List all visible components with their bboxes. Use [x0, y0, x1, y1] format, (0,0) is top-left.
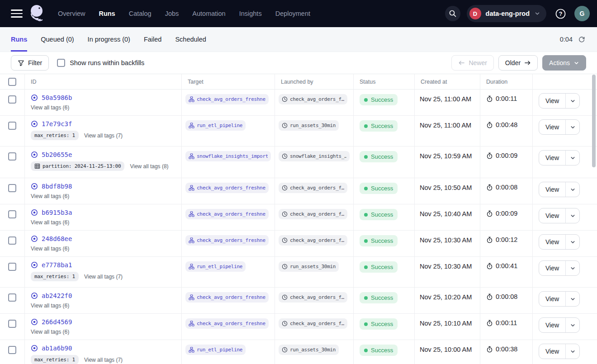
- view-dropdown-button[interactable]: [566, 94, 579, 108]
- hamburger-menu-button[interactable]: [7, 4, 26, 23]
- target-pill[interactable]: check_avg_orders_freshne: [185, 292, 269, 303]
- target-pill[interactable]: check_avg_orders_freshne: [185, 318, 269, 329]
- tag-pill[interactable]: max_retries: 1: [31, 131, 79, 140]
- launched-by-pill[interactable]: run_assets_30min: [279, 345, 339, 355]
- run-id-link[interactable]: 5b20655e: [42, 151, 72, 158]
- target-pill[interactable]: check_avg_orders_freshne: [185, 94, 269, 104]
- view-button[interactable]: View: [539, 318, 566, 332]
- search-button[interactable]: [445, 6, 460, 21]
- view-all-tags-link[interactable]: View all tags (8): [130, 163, 168, 170]
- view-button[interactable]: View: [539, 182, 566, 197]
- target-pill[interactable]: snowflake_insights_import: [185, 151, 271, 161]
- nav-item-overview[interactable]: Overview: [58, 10, 85, 17]
- nav-item-automation[interactable]: Automation: [192, 10, 225, 17]
- view-all-tags-link[interactable]: View all tags (6): [31, 329, 69, 335]
- run-id-link[interactable]: ab1a6b90: [42, 345, 72, 352]
- tab-failed[interactable]: Failed: [144, 27, 162, 52]
- row-checkbox[interactable]: [8, 184, 16, 192]
- view-all-tags-link[interactable]: View all tags (6): [31, 303, 69, 309]
- nav-item-runs[interactable]: Runs: [99, 10, 115, 17]
- view-button[interactable]: View: [539, 292, 566, 306]
- tab-runs[interactable]: Runs: [11, 27, 27, 52]
- tab-queued-0[interactable]: Queued (0): [41, 27, 74, 52]
- view-dropdown-button[interactable]: [566, 261, 579, 275]
- launched-by-pill[interactable]: check_avg_orders_f…: [279, 209, 347, 219]
- launched-by-pill[interactable]: check_avg_orders_f…: [279, 318, 347, 329]
- view-button[interactable]: View: [539, 235, 566, 249]
- target-pill[interactable]: run_etl_pipeline: [185, 261, 246, 272]
- row-checkbox[interactable]: [8, 236, 16, 245]
- run-id-link[interactable]: 8bdf8b98: [42, 183, 72, 190]
- view-dropdown-button[interactable]: [566, 344, 579, 359]
- target-pill[interactable]: run_etl_pipeline: [185, 345, 246, 355]
- view-all-tags-link[interactable]: View all tags (6): [31, 219, 69, 226]
- run-id-link[interactable]: 17e79c3f: [42, 120, 72, 128]
- launched-by-pill[interactable]: snowflake_insights_…: [279, 151, 350, 161]
- row-checkbox[interactable]: [8, 293, 16, 302]
- view-dropdown-button[interactable]: [566, 151, 579, 165]
- older-button[interactable]: Older: [498, 55, 538, 71]
- view-dropdown-button[interactable]: [566, 120, 579, 134]
- view-dropdown-button[interactable]: [566, 208, 579, 223]
- user-avatar[interactable]: G: [574, 6, 590, 21]
- launched-by-pill[interactable]: check_avg_orders_f…: [279, 235, 347, 246]
- launched-by-pill[interactable]: check_avg_orders_f…: [279, 94, 347, 104]
- view-dropdown-button[interactable]: [566, 182, 579, 197]
- actions-button[interactable]: Actions: [542, 55, 586, 71]
- launched-by-pill[interactable]: check_avg_orders_f…: [279, 183, 347, 193]
- view-dropdown-button[interactable]: [566, 292, 579, 306]
- view-button[interactable]: View: [539, 344, 566, 359]
- target-pill[interactable]: check_avg_orders_freshne: [185, 183, 269, 193]
- target-pill[interactable]: run_etl_pipeline: [185, 120, 246, 131]
- vertical-scrollbar[interactable]: [592, 75, 596, 167]
- refresh-button[interactable]: [577, 35, 586, 44]
- view-button[interactable]: View: [539, 120, 566, 134]
- newer-button[interactable]: Newer: [451, 55, 493, 71]
- view-dropdown-button[interactable]: [566, 318, 579, 332]
- row-checkbox[interactable]: [8, 346, 16, 354]
- deployment-switcher[interactable]: D data-eng-prod: [467, 5, 546, 22]
- nav-item-deployment[interactable]: Deployment: [275, 10, 310, 17]
- help-button[interactable]: ?: [553, 6, 568, 21]
- view-all-tags-link[interactable]: View all tags (7): [84, 274, 123, 280]
- row-checkbox[interactable]: [8, 152, 16, 161]
- row-checkbox[interactable]: [8, 210, 16, 218]
- view-all-tags-link[interactable]: View all tags (6): [31, 104, 69, 111]
- show-backfills-toggle[interactable]: Show runs within backfills: [57, 59, 144, 67]
- row-checkbox[interactable]: [8, 320, 16, 328]
- run-id-link[interactable]: 266d4569: [42, 318, 72, 326]
- show-backfills-checkbox[interactable]: [57, 59, 65, 67]
- view-all-tags-link[interactable]: View all tags (7): [84, 357, 123, 363]
- view-dropdown-button[interactable]: [566, 235, 579, 249]
- view-button[interactable]: View: [539, 94, 566, 108]
- filter-button[interactable]: Filter: [11, 55, 49, 71]
- launched-by-pill[interactable]: check_avg_orders_f…: [279, 292, 347, 303]
- select-all-checkbox[interactable]: [8, 78, 16, 86]
- launched-by-pill[interactable]: run_assets_30min: [279, 120, 339, 131]
- view-button[interactable]: View: [539, 151, 566, 165]
- view-all-tags-link[interactable]: View all tags (6): [31, 193, 69, 199]
- run-id-link[interactable]: b6915b3a: [42, 209, 72, 216]
- view-button[interactable]: View: [539, 261, 566, 275]
- row-checkbox[interactable]: [8, 95, 16, 104]
- nav-item-insights[interactable]: Insights: [239, 10, 262, 17]
- nav-item-jobs[interactable]: Jobs: [165, 10, 179, 17]
- tab-in-progress-0[interactable]: In progress (0): [88, 27, 130, 52]
- view-all-tags-link[interactable]: View all tags (6): [31, 246, 69, 252]
- run-id-link[interactable]: ab2422f0: [42, 292, 72, 299]
- nav-item-catalog[interactable]: Catalog: [129, 10, 152, 17]
- view-all-tags-link[interactable]: View all tags (7): [84, 132, 123, 139]
- row-checkbox[interactable]: [8, 122, 16, 130]
- tag-pill[interactable]: max_retries: 1: [31, 272, 79, 281]
- target-pill[interactable]: check_avg_orders_freshne: [185, 209, 269, 219]
- launched-by-pill[interactable]: run_assets_30min: [279, 261, 339, 272]
- run-id-link[interactable]: 248d68ee: [42, 235, 72, 242]
- view-button[interactable]: View: [539, 208, 566, 223]
- target-pill[interactable]: check_avg_orders_freshne: [185, 235, 269, 246]
- tag-pill[interactable]: max_retries: 1: [31, 355, 79, 364]
- tab-scheduled[interactable]: Scheduled: [175, 27, 206, 52]
- run-id-link[interactable]: e7778ba1: [42, 261, 72, 269]
- run-id-link[interactable]: 50a5986b: [42, 94, 72, 101]
- tag-pill[interactable]: partition: 2024-11-25-13:00: [31, 161, 124, 171]
- row-checkbox[interactable]: [8, 263, 16, 271]
